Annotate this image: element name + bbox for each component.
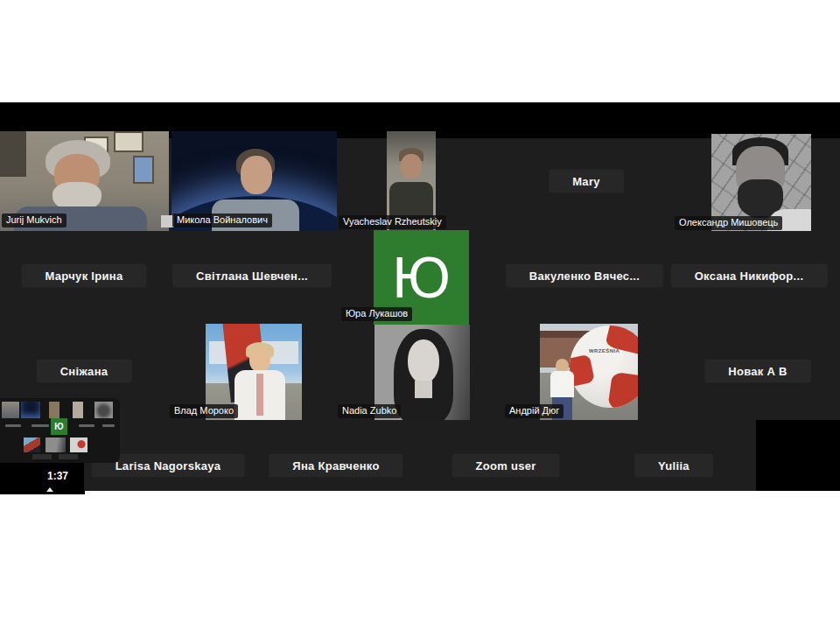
self-view-thumbnail[interactable]: Ю	[0, 398, 120, 463]
mini-avatar-initial: Ю	[54, 422, 63, 431]
participant-tile-mary[interactable]: Mary	[549, 170, 624, 193]
mini-name-bar	[102, 424, 115, 427]
shelf-shadow	[0, 131, 26, 177]
mini-name-bar	[32, 424, 49, 427]
mini-video-thumb	[46, 438, 66, 452]
participant-name-label: Олександр Мишовець	[675, 216, 782, 230]
participant-tile-marchuk[interactable]: Марчук Ірина	[22, 264, 147, 288]
mini-video-thumb	[94, 402, 113, 418]
mini-video-thumb	[49, 402, 60, 418]
participant-name-label: Jurij Mukvich	[2, 214, 66, 228]
mini-avatar-tile: Ю	[51, 418, 67, 435]
mini-video-thumb	[70, 438, 88, 452]
video-timestamp: 1:37	[26, 470, 89, 482]
ball-text: WRZEŚNIA	[589, 348, 620, 354]
person-face	[401, 154, 422, 178]
participant-tile-yana[interactable]: Яна Кравченко	[269, 454, 402, 478]
person-face	[249, 348, 270, 372]
participant-name-label: Юра Лукашов	[341, 307, 412, 321]
participant-tile-svitlana[interactable]: Світлана Шевчен...	[172, 264, 332, 288]
participant-tile-yuliia[interactable]: Yuliia	[634, 454, 713, 478]
picture-frame	[133, 156, 154, 184]
person-face	[408, 340, 439, 383]
bottom-left-black-block	[0, 491, 85, 494]
mini-name-bar	[5, 424, 21, 427]
participant-name-label: Микола Войналович	[172, 214, 272, 228]
shirt-embroidery	[256, 374, 263, 416]
participant-tile-vakulenko[interactable]: Вакуленко Вячес...	[506, 264, 663, 288]
participant-name-label: Влад Мороко	[170, 404, 238, 418]
picture-frame	[114, 131, 144, 152]
person-neck	[415, 381, 432, 398]
meeting-window: Ю WRZEŚNIA	[0, 0, 840, 630]
person-face	[241, 156, 272, 194]
participant-tile-oksana[interactable]: Оксана Никифор...	[671, 264, 828, 288]
person-body	[550, 371, 574, 397]
participant-tile-zoomuser[interactable]: Zoom user	[452, 454, 559, 478]
participant-tile-snizhana[interactable]: Сніжана	[37, 360, 132, 383]
participant-tile-novak[interactable]: Новак А В	[704, 360, 811, 383]
participant-name-label: Андрій Дюг	[505, 404, 564, 418]
mini-video-thumb	[2, 402, 19, 418]
participant-name-label: Vyacheslav Rzheutskiy	[339, 215, 446, 229]
avatar-initial: Ю	[392, 248, 451, 306]
participant-name-label: Nadia Zubko	[338, 404, 401, 418]
cursor-caret-icon	[46, 487, 53, 492]
mini-name-bar	[79, 424, 94, 427]
mini-name-chip	[59, 454, 78, 459]
mini-video-thumb	[21, 402, 40, 418]
mini-video-thumb	[24, 438, 40, 452]
video-call-stage: Ю WRZEŚNIA	[0, 102, 840, 491]
mini-name-chip	[32, 454, 52, 459]
mini-video-thumb	[73, 402, 83, 418]
